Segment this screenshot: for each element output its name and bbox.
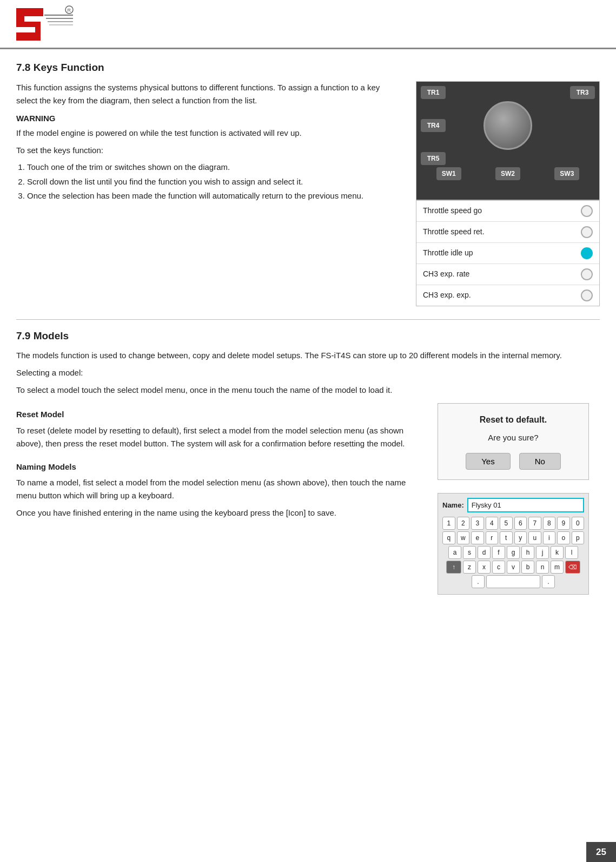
key-dot-left[interactable]: . <box>472 575 485 588</box>
diagram-row-1: TR1 TR3 <box>421 86 595 99</box>
func-radio-3[interactable] <box>581 268 593 280</box>
key-q[interactable]: q <box>442 531 455 544</box>
name-label: Name: <box>442 500 464 511</box>
warning-text: If the model engine is powered on while … <box>16 127 403 140</box>
key-a[interactable]: a <box>448 546 461 559</box>
key-5[interactable]: 5 <box>500 517 513 530</box>
dialog-title: Reset to default. <box>451 413 575 426</box>
rc-wheel <box>483 101 532 150</box>
key-9[interactable]: 9 <box>557 517 570 530</box>
reset-model-title: Reset Model <box>16 409 416 421</box>
diagram-grid: TR1 TR3 TR4 <box>416 82 599 200</box>
key-k[interactable]: k <box>551 546 564 559</box>
keyboard-container: Name: Flysky 01 1 2 3 4 5 6 <box>438 493 589 595</box>
func-item-2[interactable]: Throttle idle up <box>416 243 599 264</box>
rc-diagram[interactable]: TR1 TR3 TR4 <box>416 81 600 200</box>
key-x[interactable]: x <box>478 561 491 574</box>
key-s[interactable]: s <box>463 546 476 559</box>
key-b[interactable]: b <box>521 561 534 574</box>
func-label-4: CH3 exp. exp. <box>423 289 471 301</box>
key-y[interactable]: y <box>514 531 527 544</box>
key-t[interactable]: t <box>500 531 513 544</box>
func-radio-0[interactable] <box>581 205 593 217</box>
naming-models-title: Naming Models <box>16 461 416 473</box>
keyboard-row-1: q w e r t y u i o p <box>442 531 584 544</box>
sw3-label[interactable]: SW3 <box>554 167 579 180</box>
func-label-2: Throttle idle up <box>423 247 473 259</box>
key-7[interactable]: 7 <box>528 517 541 530</box>
func-item-4[interactable]: CH3 exp. exp. <box>416 285 599 306</box>
tr3-label[interactable]: TR3 <box>570 86 595 99</box>
key-w[interactable]: w <box>457 531 470 544</box>
key-n[interactable]: n <box>536 561 549 574</box>
sw2-label[interactable]: SW2 <box>495 167 520 180</box>
page-number: 25 <box>586 842 616 863</box>
func-item-3[interactable]: CH3 exp. rate <box>416 264 599 285</box>
set-keys-label: To set the keys function: <box>16 144 403 157</box>
key-u[interactable]: u <box>528 531 541 544</box>
func-label-3: CH3 exp. rate <box>423 268 469 280</box>
func-item-1[interactable]: Throttle speed ret. <box>416 222 599 243</box>
selecting-text: To select a model touch the select model… <box>16 384 600 397</box>
key-4[interactable]: 4 <box>486 517 499 530</box>
func-label-0: Throttle speed go <box>423 205 482 216</box>
key-shift[interactable]: ↑ <box>446 561 461 574</box>
col-79-right: Reset to default. Are you sure? Yes No N… <box>438 401 600 595</box>
func-radio-4[interactable] <box>581 289 593 301</box>
func-radio-1[interactable] <box>581 226 593 238</box>
key-p[interactable]: p <box>572 531 585 544</box>
reset-dialog: Reset to default. Are you sure? Yes No <box>438 403 589 480</box>
key-1[interactable]: 1 <box>442 517 455 530</box>
key-3[interactable]: 3 <box>471 517 484 530</box>
tr4-label[interactable]: TR4 <box>421 119 446 132</box>
key-g[interactable]: g <box>507 546 520 559</box>
section-78-layout: This function assigns the systems physic… <box>16 81 600 306</box>
step-1: Touch one of the trim or switches shown … <box>27 161 403 174</box>
key-dot-right[interactable]: . <box>542 575 555 588</box>
key-2[interactable]: 2 <box>457 517 470 530</box>
key-m[interactable]: m <box>551 561 564 574</box>
key-i[interactable]: i <box>543 531 556 544</box>
steps-list: Touch one of the trim or switches shown … <box>16 161 403 202</box>
key-backspace[interactable]: ⌫ <box>565 561 580 574</box>
col-79-left: Reset Model To reset (delete model by re… <box>16 401 416 595</box>
func-radio-2[interactable] <box>581 247 593 259</box>
key-z[interactable]: z <box>463 561 476 574</box>
reset-model-para: To reset (delete model by resetting to d… <box>16 424 416 450</box>
func-label-1: Throttle speed ret. <box>423 226 485 238</box>
no-button[interactable]: No <box>519 453 561 470</box>
key-0[interactable]: 0 <box>572 517 585 530</box>
tr5-label[interactable]: TR5 <box>421 152 446 165</box>
name-input[interactable]: Flysky 01 <box>467 498 584 513</box>
function-list: Throttle speed goThrottle speed ret.Thro… <box>416 200 600 306</box>
key-space[interactable] <box>486 575 540 588</box>
keyboard-row-3: ↑ z x c v b n m ⌫ <box>442 561 584 574</box>
section-79: 7.9 Models The models function is used t… <box>16 328 600 595</box>
key-6[interactable]: 6 <box>514 517 527 530</box>
key-v[interactable]: v <box>507 561 520 574</box>
key-o[interactable]: o <box>557 531 570 544</box>
key-8[interactable]: 8 <box>543 517 556 530</box>
keyboard-row-2: a s d f g h j k l <box>442 546 584 559</box>
tr1-label[interactable]: TR1 <box>421 86 446 99</box>
section-78-left: This function assigns the systems physic… <box>16 81 403 306</box>
key-d[interactable]: d <box>478 546 491 559</box>
svg-marker-0 <box>16 8 43 41</box>
diagram-row-2: TR4 <box>421 101 595 150</box>
sw1-label[interactable]: SW1 <box>436 167 461 180</box>
naming-para1: To name a model, fist select a model fro… <box>16 476 416 502</box>
key-l[interactable]: l <box>565 546 578 559</box>
key-r[interactable]: r <box>486 531 499 544</box>
fs-logo: R <box>11 5 76 43</box>
func-item-0[interactable]: Throttle speed go <box>416 201 599 222</box>
header: R <box>0 0 616 49</box>
keyboard-row-4: . . <box>442 575 584 588</box>
key-e[interactable]: e <box>471 531 484 544</box>
main-content: 7.8 Keys Function This function assigns … <box>0 49 616 606</box>
key-h[interactable]: h <box>521 546 534 559</box>
key-f[interactable]: f <box>492 546 505 559</box>
yes-button[interactable]: Yes <box>466 453 510 470</box>
key-j[interactable]: j <box>536 546 549 559</box>
center-device-mid <box>449 101 567 150</box>
key-c[interactable]: c <box>492 561 505 574</box>
